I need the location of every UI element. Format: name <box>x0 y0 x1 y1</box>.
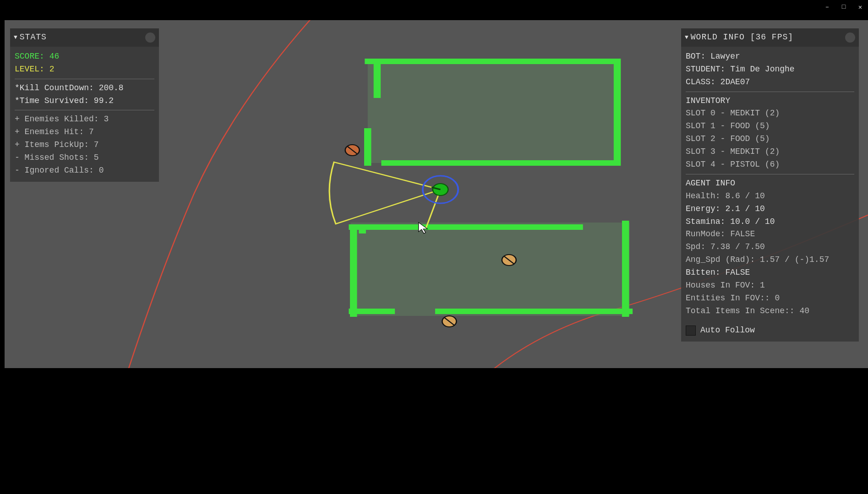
kill-countdown: *Kill CountDown: 200.8 <box>15 82 154 95</box>
divider <box>686 92 854 92</box>
energy-line: Energy: 2.1 / 10 <box>686 203 854 216</box>
slot-1: SLOT 1 - FOOD (5) <box>686 120 854 133</box>
slot-2: SLOT 2 - FOOD (5) <box>686 133 854 146</box>
worldinfo-panel: ▼ WORLD INFO [36 FPS] BOT: Lawyer STUDEN… <box>681 28 859 342</box>
inventory-label: INVENTORY <box>686 95 854 108</box>
agent-info-label: AGENT INFO <box>686 177 854 190</box>
total-items-line: Total Items In Scene:: 40 <box>686 305 854 318</box>
level-row: LEVEL: 2 <box>15 63 154 76</box>
auto-follow-label: Auto Follow <box>700 324 755 337</box>
student-line: STUDENT: Tim De Jonghe <box>686 63 854 76</box>
window-titlebar: – □ ✕ <box>0 0 868 14</box>
building-top-fill <box>368 61 617 163</box>
enemies-killed: + Enemies Killed: 3 <box>15 113 154 126</box>
class-line: CLASS: 2DAE07 <box>686 76 854 89</box>
auto-follow-row[interactable]: Auto Follow <box>686 324 854 337</box>
angspd-line: Ang_Spd (Rad): 1.57 / (-)1.57 <box>686 254 854 266</box>
world-panel-header[interactable]: ▼ WORLD INFO [36 FPS] <box>681 28 859 47</box>
stats-panel-header[interactable]: ▼ STATS <box>10 28 159 47</box>
world-header-label: WORLD INFO [36 FPS] <box>691 31 793 44</box>
runmode-line: RunMode: FALSE <box>686 228 854 241</box>
time-survived: *Time Survived: 99.2 <box>15 95 154 108</box>
score-label: SCORE: <box>15 52 44 61</box>
score-value: 46 <box>49 52 60 61</box>
score-row: SCORE: 46 <box>15 50 154 63</box>
stats-panel: ▼ STATS SCORE: 46 LEVEL: 2 *Kill CountDo… <box>10 28 159 182</box>
bot-line: BOT: Lawyer <box>686 50 854 63</box>
divider <box>15 110 154 110</box>
enemies-hit: + Enemies Hit: 7 <box>15 126 154 139</box>
panel-toggle[interactable] <box>145 33 155 43</box>
maximize-button[interactable]: □ <box>840 3 848 11</box>
houses-fov-line: Houses In FOV: 1 <box>686 279 854 292</box>
close-button[interactable]: ✕ <box>856 3 864 11</box>
stats-body: SCORE: 46 LEVEL: 2 *Kill CountDown: 200.… <box>10 47 159 182</box>
spd-line: Spd: 7.38 / 7.50 <box>686 241 854 254</box>
missed-shots: - Missed Shots: 5 <box>15 152 154 164</box>
items-pickup: + Items PickUp: 7 <box>15 139 154 152</box>
entity-1 <box>345 145 360 156</box>
world-body: BOT: Lawyer STUDENT: Tim De Jonghe CLASS… <box>681 47 859 342</box>
slot-0: SLOT 0 - MEDKIT (2) <box>686 107 854 120</box>
minimize-button[interactable]: – <box>823 3 831 11</box>
level-value: 2 <box>49 65 55 74</box>
slot-3: SLOT 3 - MEDKIT (2) <box>686 146 854 158</box>
auto-follow-checkbox[interactable] <box>686 326 696 336</box>
collapse-icon: ▼ <box>14 33 18 42</box>
panel-toggle[interactable] <box>845 33 855 43</box>
health-line: Health: 8.6 / 10 <box>686 190 854 203</box>
stats-header-label: STATS <box>20 31 47 44</box>
entities-fov-line: Entities In FOV:: 0 <box>686 292 854 305</box>
entity-3 <box>442 316 456 327</box>
stamina-line: Stamina: 10.0 / 10 <box>686 216 854 228</box>
entity-2 <box>502 255 516 266</box>
bitten-line: Bitten: FALSE <box>686 266 854 279</box>
building-bottom-fill <box>350 223 629 316</box>
level-label: LEVEL: <box>15 65 44 74</box>
slot-4: SLOT 4 - PISTOL (6) <box>686 158 854 171</box>
divider <box>686 174 854 174</box>
ignored-calls: - Ignored Calls: 0 <box>15 164 154 177</box>
collapse-icon: ▼ <box>685 33 689 42</box>
divider <box>15 79 154 79</box>
